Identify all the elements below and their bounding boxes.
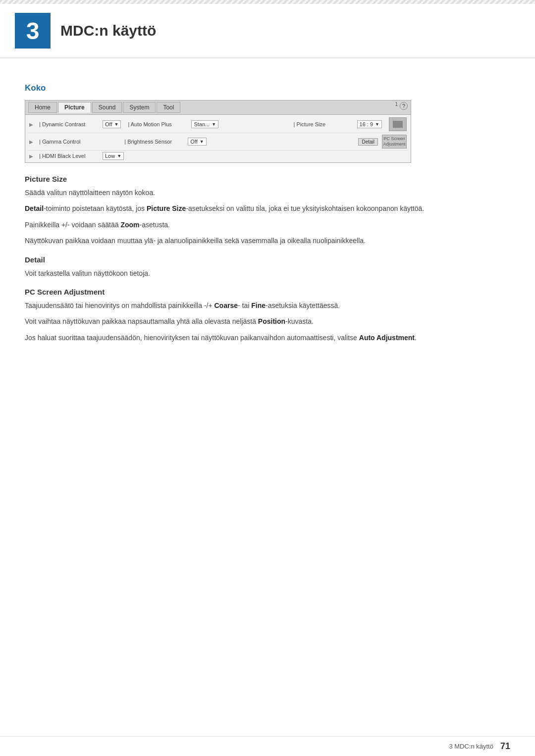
footer-text: 3 MDC:n käyttö bbox=[449, 743, 493, 750]
row3-content: ▶ | HDMI Black Level Low ▼ bbox=[29, 152, 407, 160]
row1-select3-arrow: ▼ bbox=[375, 122, 379, 127]
table-row: ▶ | Gamma Control -- ▼ | Brightness Sens… bbox=[27, 133, 409, 151]
chapter-number: 3 bbox=[15, 13, 51, 49]
footer-page: 71 bbox=[500, 741, 510, 752]
row1-label2: | Auto Motion Plus bbox=[128, 121, 187, 127]
tab-tool[interactable]: Tool bbox=[157, 102, 180, 113]
help-button[interactable]: ? bbox=[400, 102, 408, 110]
paragraph-pc-screen-3: Jos haluat suorittaa taajuudensäädön, hi… bbox=[25, 332, 510, 343]
paragraph-picture-size-3: Painikkeilla +/- voidaan säätää Zoom-ase… bbox=[25, 219, 510, 230]
badge-number: 1 bbox=[395, 101, 398, 107]
row3-select[interactable]: Low ▼ bbox=[103, 152, 124, 160]
section-heading-koko: Koko bbox=[25, 83, 510, 93]
row2-content: ▶ | Gamma Control -- ▼ | Brightness Sens… bbox=[29, 135, 407, 149]
chapter-title: MDC:n käyttö bbox=[60, 22, 156, 39]
paragraph-picture-size-2: Detail-toiminto poistetaan käytöstä, jos… bbox=[25, 203, 510, 214]
paragraph-picture-size-4: Näyttökuvan paikkaa voidaan muuttaa ylä-… bbox=[25, 235, 510, 246]
row1-label: | Dynamic Contrast bbox=[39, 121, 99, 127]
header: 3 MDC:n käyttö bbox=[0, 4, 535, 58]
tab-home[interactable]: Home bbox=[28, 102, 57, 113]
table-row: ▶ | HDMI Black Level Low ▼ bbox=[27, 151, 409, 161]
row1-select2[interactable]: Stan... ▼ bbox=[191, 120, 218, 128]
ui-rows: ▶ | Dynamic Contrast Off ▼ | Auto Motion… bbox=[25, 115, 411, 162]
paragraph-pc-screen-1: Taajuudensäätö tai hienoviritys on mahdo… bbox=[25, 300, 510, 311]
row3-arrow: ▶ bbox=[29, 153, 33, 159]
row2-arrow: ▶ bbox=[29, 139, 33, 145]
row2-label2: | Brightness Sensor bbox=[124, 139, 184, 145]
paragraph-pc-screen-2: Voit vaihtaa näyttökuvan paikkaa napsaut… bbox=[25, 316, 510, 327]
subsection-heading-detail: Detail bbox=[25, 255, 510, 264]
thumbnail-inner bbox=[393, 121, 403, 128]
tab-system[interactable]: System bbox=[123, 102, 156, 113]
row2-select2[interactable]: Off ▼ bbox=[188, 138, 206, 146]
top-stripe bbox=[0, 0, 535, 4]
footer: 3 MDC:n käyttö 71 bbox=[0, 736, 535, 756]
row1-select[interactable]: Off ▼ bbox=[103, 120, 121, 128]
subsection-heading-picture-size: Picture Size bbox=[25, 175, 510, 183]
paragraph-picture-size-1: Säädä valitun näyttölaitteen näytön koko… bbox=[25, 187, 510, 198]
row1-content: ▶ | Dynamic Contrast Off ▼ | Auto Motion… bbox=[29, 117, 407, 131]
main-content: Koko Home Picture Sound System Tool 1 ? … bbox=[0, 58, 535, 388]
thumbnail-area2: PC ScreenAdjustment bbox=[382, 135, 407, 149]
ui-mockup: Home Picture Sound System Tool 1 ? ▶ | D… bbox=[25, 100, 411, 163]
tab-picture[interactable]: Picture bbox=[58, 102, 91, 113]
pc-screen-label: PC ScreenAdjustment bbox=[383, 136, 405, 147]
row2-select2-arrow: ▼ bbox=[200, 139, 204, 144]
row2-label: | Gamma Control bbox=[39, 139, 99, 145]
subsection-heading-pc-screen: PC Screen Adjustment bbox=[25, 288, 510, 296]
row1-select3[interactable]: 16 : 9 ▼ bbox=[357, 120, 382, 128]
row1-select2-arrow: ▼ bbox=[212, 122, 216, 127]
thumbnail-area bbox=[389, 117, 407, 131]
paragraph-detail-1: Voit tarkastella valitun näyttökoon tiet… bbox=[25, 268, 510, 279]
row3-select-arrow: ▼ bbox=[117, 153, 121, 158]
ui-toolbar: Home Picture Sound System Tool 1 ? bbox=[25, 101, 411, 115]
table-row: ▶ | Dynamic Contrast Off ▼ | Auto Motion… bbox=[27, 116, 409, 133]
detail-button[interactable]: Detail bbox=[358, 138, 378, 146]
tab-sound[interactable]: Sound bbox=[92, 102, 122, 113]
row1-label3: | Picture Size bbox=[294, 121, 353, 127]
row1-arrow: ▶ bbox=[29, 122, 33, 127]
row1-select-arrow: ▼ bbox=[114, 122, 118, 127]
row3-label: | HDMI Black Level bbox=[39, 153, 99, 159]
